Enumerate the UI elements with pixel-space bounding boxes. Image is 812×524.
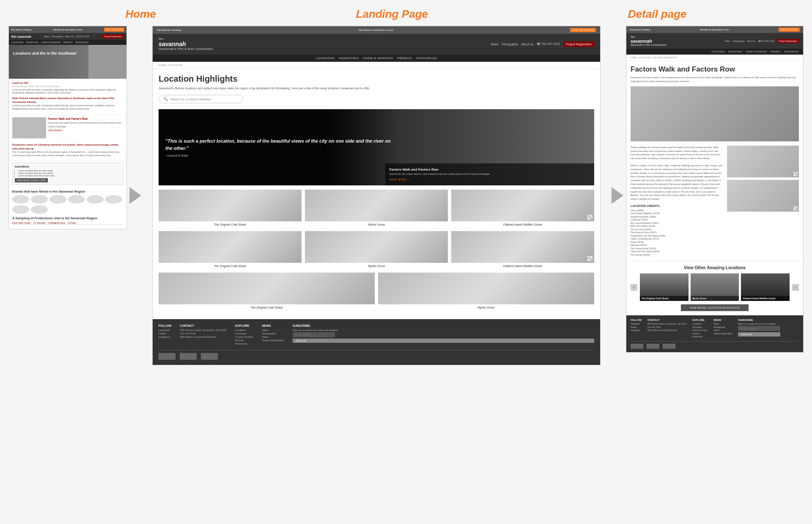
landing-subnav-resources[interactable]: RESOURCES [416,57,437,60]
landing-footer-signup-button[interactable]: SIGN UP [293,339,594,343]
home-tab-tv[interactable]: TV SHOWS [33,222,45,224]
landing-hero-read-more[interactable]: READ MORE > [390,178,409,181]
landing-footer-follow-title: FOLLOW [159,324,171,327]
detail-footer-explore-locations[interactable]: Locations [692,323,708,325]
landing-subnav-incentives[interactable]: INCENTIVES [339,57,359,60]
detail-subnav-permits[interactable]: PERMITS [771,50,781,53]
landing-subnav-locations[interactable]: LOCATIONS [316,57,335,60]
home-nav-filmography[interactable]: Filmography [52,35,63,38]
detail-footer-explore-resources[interactable]: Resources [692,335,708,338]
detail-credit-5: My Future Boyfriend (2011) [631,222,723,224]
detail-subnav-incentives[interactable]: INCENTIVES [728,50,742,53]
home-featured-read-more[interactable]: VIEW MORE > [48,129,123,132]
home-featured-title[interactable]: Factors Walk and Factors Row [48,117,123,120]
detail-alert-cta-button[interactable]: CALL TO ACTION [779,28,800,32]
landing-footer-filmography-link[interactable]: Filmography [262,332,284,335]
detail-nav-filmography[interactable]: Filmography [733,40,745,42]
landing-grid-item-2[interactable]: Myrtle Grove [305,190,448,228]
landing-grid-item-3[interactable]: 🔍 Oatland Island Wildlife Center [451,190,594,228]
home-tab-other[interactable]: OTHER [68,222,76,224]
detail-carousel-item-2[interactable]: Myrtle Grove [691,273,739,301]
home-news-title-3[interactable]: Production starts on Chambray-heirloom 5… [12,143,123,151]
landing-subnav-permits[interactable]: PERMITS [398,57,412,60]
landing-footer-email-input[interactable] [293,332,335,337]
landing-nav-news[interactable]: News [491,43,499,46]
home-nav-news[interactable]: News [44,35,49,38]
home-alert-cta-button[interactable]: CALL TO ACTION [104,28,124,32]
landing-alert-bar: Alert Banner Heading Alert Banner descri… [153,26,600,34]
detail-zoom-icon-1[interactable]: 🔍 [793,172,798,176]
detail-carousel-item-1[interactable]: The Original Crab Shack [640,273,689,301]
landing-grid-item-5[interactable]: Myrtle Grove [305,231,448,269]
landing-grid-item-7[interactable]: The Original Crab Shack [159,273,375,311]
home-project-reg-button[interactable]: Project Registration [102,34,124,39]
detail-footer-about-link[interactable]: About [713,329,732,331]
detail-credit-2: The Double Muguffin (1979) [631,212,723,215]
home-incentives-button[interactable]: READ MORE OR NEXT STEP [15,178,48,182]
landing-footer-explore-permits[interactable]: Permits [235,339,253,342]
home-subnav-incentives[interactable]: INCENTIVES [26,41,39,44]
landing-grid-item-4[interactable]: The Original Crab Shack [159,231,302,269]
home-news-title-2[interactable]: Katie Schuck awarded Best Location Speci… [12,97,123,104]
detail-credit-13: The Poison Rose (2019) [631,247,723,250]
landing-grid-item-1[interactable]: The Original Crab Shack [159,190,302,228]
home-news-title-1[interactable]: Land For Sell [12,81,123,85]
landing-alert-cta-button[interactable]: CALL TO ACTION [570,28,596,32]
landing-nav-about[interactable]: About Us [521,43,534,46]
detail-carousel-item-3[interactable]: Oatland Island Wildlife Center [741,273,790,301]
detail-nav-news[interactable]: News [725,40,730,42]
detail-footer-filmography-link[interactable]: Filmography [713,326,732,328]
landing-search-bar[interactable]: 🔍 Search our Locations database [159,95,243,103]
landing-footer-facebook[interactable]: Facebook [159,329,171,331]
home-tab-commercials[interactable]: COMMERCIALS [48,222,65,224]
landing-footer-about-link[interactable]: About [262,336,284,338]
detail-nav-about[interactable]: About Us [747,40,756,42]
detail-main-image [631,86,799,141]
landing-footer-news-link[interactable]: News [262,329,284,331]
main-layout: Alert Banner Heading Alert Banner descri… [0,26,812,365]
home-subnav-permits[interactable]: PERMITS [63,41,73,44]
landing-grid-item-6[interactable]: 🔍 Oatland Island Wildlife Center [451,231,594,269]
home-nav-about[interactable]: About Us [65,35,74,38]
detail-carousel-next-button[interactable]: › [792,284,799,291]
detail-footer-twitter[interactable]: Twitter [631,326,642,328]
detail-footer-explore-crew[interactable]: Crew & Vendors [692,329,708,331]
detail-footer-instagram[interactable]: Instagram [631,329,642,331]
detail-footer-news-link[interactable]: News [713,323,732,325]
zoom-icon-1[interactable]: 🔍 [587,215,593,220]
home-tab-features[interactable]: FEATURE FILMS [12,222,30,224]
landing-project-reg-button[interactable]: Project Registration [563,41,594,47]
home-subnav-resources[interactable]: RESOURCES [75,41,89,44]
landing-grid-item-8[interactable]: Myrtle Grove [378,273,594,311]
home-subnav-crew[interactable]: CREW & VENDORS [41,41,61,44]
detail-subnav-crew[interactable]: CREW & VENDORS [746,50,767,53]
landing-footer-explore-locations[interactable]: Locations [235,329,253,331]
detail-carousel-prev-button[interactable]: ‹ [631,284,637,291]
detail-footer-explore-permits[interactable]: Permits [692,332,708,335]
landing-footer-news: NEWS News Filmography About Project Regi… [262,324,284,346]
landing-footer-explore-resources[interactable]: Resources [235,342,253,345]
detail-footer-signup-button[interactable]: SIGN UP [738,332,780,336]
detail-project-reg-button[interactable]: Project Registration [777,39,799,43]
detail-footer-subscribe: SUBSCRIBE Sign up to receive for news an… [738,319,780,339]
detail-subnav-locations[interactable]: LOCATIONS [712,50,725,53]
landing-footer-instagram[interactable]: Instagram [159,336,171,338]
home-hero: Locations and the in the Southeast [9,45,126,79]
detail-view-more-button[interactable]: VIEW MORE LOCATION HIGHLIGHTS [681,304,749,311]
detail-footer-facebook[interactable]: Facebook [631,323,642,325]
landing-footer-twitter[interactable]: Twitter [159,332,171,335]
detail-subnav-resources[interactable]: RESOURCES [784,50,799,53]
home-subnav-locations[interactable]: LOCATIONS [11,41,24,44]
zoom-icon-2[interactable]: 🔍 [587,256,593,261]
landing-nav-filmography[interactable]: Filmography [502,43,518,46]
detail-footer-explore-incentives[interactable]: Incentives [692,326,708,328]
detail-footer-email-input[interactable] [738,326,780,331]
detail-zoom-icon-2[interactable]: 🔍 [793,206,798,210]
landing-subnav-crew[interactable]: CREW & VENDORS [363,57,393,60]
landing-footer-explore-crew[interactable]: Crew & Vendors [235,336,253,338]
detail-footer-project-link[interactable]: Project Registration [713,332,732,335]
arrow-shape-2 [612,187,623,204]
landing-column: Alert Banner Heading Alert Banner descri… [152,26,601,365]
landing-footer-project-link[interactable]: Project Registration [262,339,284,342]
landing-footer-explore-incentives[interactable]: Incentives [235,332,253,335]
